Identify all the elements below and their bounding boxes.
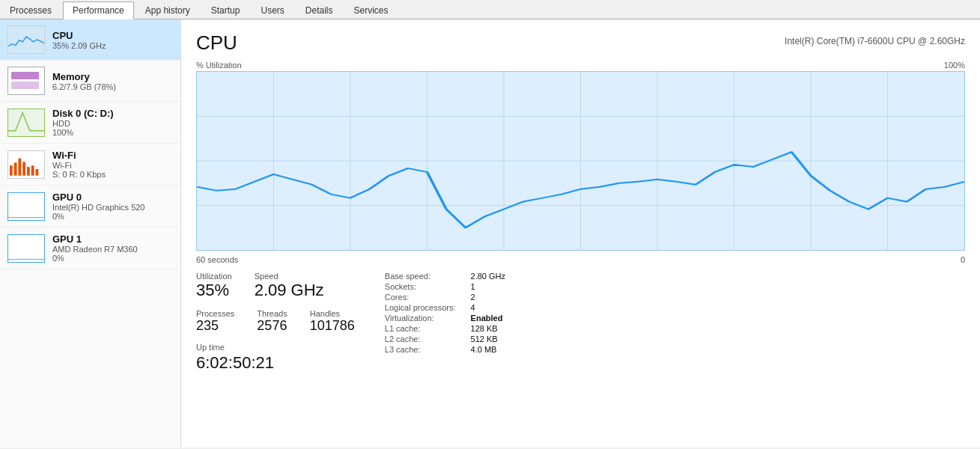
chart-utilization-label: % Utilization bbox=[196, 61, 242, 70]
speed-value: 2.09 GHz bbox=[255, 281, 324, 300]
svg-rect-5 bbox=[18, 158, 21, 175]
processes-group: Processes 235 bbox=[196, 309, 234, 334]
uptime-group: Up time 6:02:50:21 bbox=[196, 343, 355, 373]
chart-label-top: % Utilization 100% bbox=[196, 61, 965, 70]
tab-users[interactable]: Users bbox=[251, 1, 293, 19]
utilization-label: Utilization bbox=[196, 272, 232, 281]
disk-info: Disk 0 (C: D:) HDD 100% bbox=[52, 108, 173, 137]
handles-value: 101786 bbox=[310, 318, 355, 334]
detail-panel: CPU Intel(R) Core(TM) i7-6600U CPU @ 2.6… bbox=[181, 19, 980, 448]
left-stats: Utilization 35% Speed 2.09 GHz Processes… bbox=[196, 272, 355, 373]
chart-label-bottom: 60 seconds 0 bbox=[196, 255, 965, 264]
memory-sub: 6.2/7.9 GB (78%) bbox=[52, 82, 173, 91]
uptime-value: 6:02:50:21 bbox=[196, 353, 355, 373]
wifi-info: Wi-Fi Wi-Fi S: 0 R: 0 Kbps bbox=[52, 150, 173, 179]
threads-label: Threads bbox=[257, 309, 287, 318]
info-value: 128 KB bbox=[471, 324, 505, 333]
chart-time-left: 60 seconds bbox=[196, 255, 238, 264]
sidebar-item-memory[interactable]: Memory 6.2/7.9 GB (78%) bbox=[0, 61, 180, 102]
info-value: 2 bbox=[471, 293, 505, 302]
speed-group: Speed 2.09 GHz bbox=[255, 272, 324, 300]
bottom-stats: Utilization 35% Speed 2.09 GHz Processes… bbox=[196, 272, 965, 373]
chart-time-right: 0 bbox=[961, 255, 965, 264]
wifi-title: Wi-Fi bbox=[52, 150, 173, 161]
sidebar-item-gpu1[interactable]: GPU 1 AMD Radeon R7 M360 0% bbox=[0, 227, 180, 269]
sidebar-item-disk[interactable]: Disk 0 (C: D:) HDD 100% bbox=[0, 102, 180, 144]
wifi-thumbnail bbox=[7, 150, 45, 179]
utilization-group: Utilization 35% bbox=[196, 272, 232, 300]
uptime-label: Up time bbox=[196, 343, 355, 352]
info-value: 4 bbox=[471, 303, 505, 312]
tab-bar: Processes Performance App history Startu… bbox=[0, 0, 980, 19]
cpu-title: CPU bbox=[52, 30, 173, 41]
svg-rect-7 bbox=[27, 167, 30, 176]
info-value: 1 bbox=[471, 282, 505, 291]
cpu-sub: 35% 2.09 GHz bbox=[52, 41, 173, 50]
sidebar: CPU 35% 2.09 GHz Memory 6.2/7.9 GB (78%) bbox=[0, 19, 181, 448]
main-content: CPU 35% 2.09 GHz Memory 6.2/7.9 GB (78%) bbox=[0, 19, 980, 448]
info-label: Cores: bbox=[385, 293, 456, 302]
handles-group: Handles 101786 bbox=[310, 309, 355, 334]
tab-processes[interactable]: Processes bbox=[0, 1, 61, 19]
handles-label: Handles bbox=[310, 309, 355, 318]
utilization-speed-row: Utilization 35% Speed 2.09 GHz bbox=[196, 272, 355, 300]
right-info: Base speed:2.80 GHzSockets:1Cores:2Logic… bbox=[385, 272, 505, 373]
processes-value: 235 bbox=[196, 318, 234, 334]
svg-rect-11 bbox=[8, 235, 44, 262]
speed-label: Speed bbox=[255, 272, 324, 281]
disk-sub1: HDD bbox=[52, 119, 173, 128]
info-value: 4.0 MB bbox=[471, 345, 505, 354]
svg-rect-10 bbox=[8, 193, 44, 220]
info-label: L1 cache: bbox=[385, 324, 456, 333]
disk-title: Disk 0 (C: D:) bbox=[52, 108, 173, 119]
sidebar-item-cpu[interactable]: CPU 35% 2.09 GHz bbox=[0, 19, 180, 61]
wifi-sub1: Wi-Fi bbox=[52, 161, 173, 170]
tab-services[interactable]: Services bbox=[344, 1, 398, 19]
gpu0-title: GPU 0 bbox=[52, 192, 173, 203]
svg-rect-2 bbox=[8, 151, 44, 178]
info-value: 512 KB bbox=[471, 335, 505, 343]
gpu0-sub2: 0% bbox=[52, 212, 173, 221]
svg-rect-0 bbox=[8, 26, 43, 53]
gpu1-thumbnail bbox=[7, 234, 45, 263]
tab-startup[interactable]: Startup bbox=[201, 1, 250, 19]
svg-rect-4 bbox=[14, 162, 17, 175]
gpu1-title: GPU 1 bbox=[52, 233, 173, 245]
detail-subtitle: Intel(R) Core(TM) i7-6600U CPU @ 2.60GHz bbox=[785, 36, 965, 46]
cpu-info: CPU 35% 2.09 GHz bbox=[52, 30, 173, 50]
info-label: L2 cache: bbox=[385, 335, 456, 343]
memory-title: Memory bbox=[52, 71, 173, 82]
gpu0-info: GPU 0 Intel(R) HD Graphics 520 0% bbox=[52, 192, 173, 221]
tab-details[interactable]: Details bbox=[296, 1, 343, 19]
gpu1-info: GPU 1 AMD Radeon R7 M360 0% bbox=[52, 233, 173, 263]
tab-apphistory[interactable]: App history bbox=[136, 1, 200, 19]
disk-sub2: 100% bbox=[52, 128, 173, 137]
svg-rect-6 bbox=[22, 162, 25, 175]
memory-info: Memory 6.2/7.9 GB (78%) bbox=[52, 71, 173, 91]
info-value: Enabled bbox=[471, 314, 505, 323]
wifi-sub2: S: 0 R: 0 Kbps bbox=[52, 170, 173, 179]
detail-header: CPU Intel(R) Core(TM) i7-6600U CPU @ 2.6… bbox=[196, 31, 965, 55]
processes-label: Processes bbox=[196, 309, 234, 318]
threads-group: Threads 2576 bbox=[257, 309, 287, 334]
utilization-value: 35% bbox=[196, 281, 232, 300]
gpu1-sub1: AMD Radeon R7 M360 bbox=[52, 245, 173, 254]
cpu-thumbnail bbox=[7, 25, 45, 54]
threads-value: 2576 bbox=[257, 318, 287, 334]
detail-title: CPU bbox=[196, 31, 237, 55]
gpu1-sub2: 0% bbox=[52, 254, 173, 263]
info-value: 2.80 GHz bbox=[471, 272, 505, 281]
gpu0-sub1: Intel(R) HD Graphics 520 bbox=[52, 203, 173, 212]
tab-performance[interactable]: Performance bbox=[63, 1, 134, 19]
svg-rect-3 bbox=[10, 165, 13, 175]
svg-rect-9 bbox=[35, 168, 38, 175]
info-label: Logical processors: bbox=[385, 303, 456, 312]
info-label: Sockets: bbox=[385, 282, 456, 291]
sidebar-item-gpu0[interactable]: GPU 0 Intel(R) HD Graphics 520 0% bbox=[0, 186, 180, 227]
disk-thumbnail bbox=[7, 109, 45, 137]
gpu0-thumbnail bbox=[7, 192, 45, 221]
info-label: L3 cache: bbox=[385, 345, 456, 354]
sidebar-item-wifi[interactable]: Wi-Fi Wi-Fi S: 0 R: 0 Kbps bbox=[0, 144, 180, 186]
chart-max-label: 100% bbox=[944, 61, 965, 70]
info-label: Base speed: bbox=[385, 272, 456, 281]
